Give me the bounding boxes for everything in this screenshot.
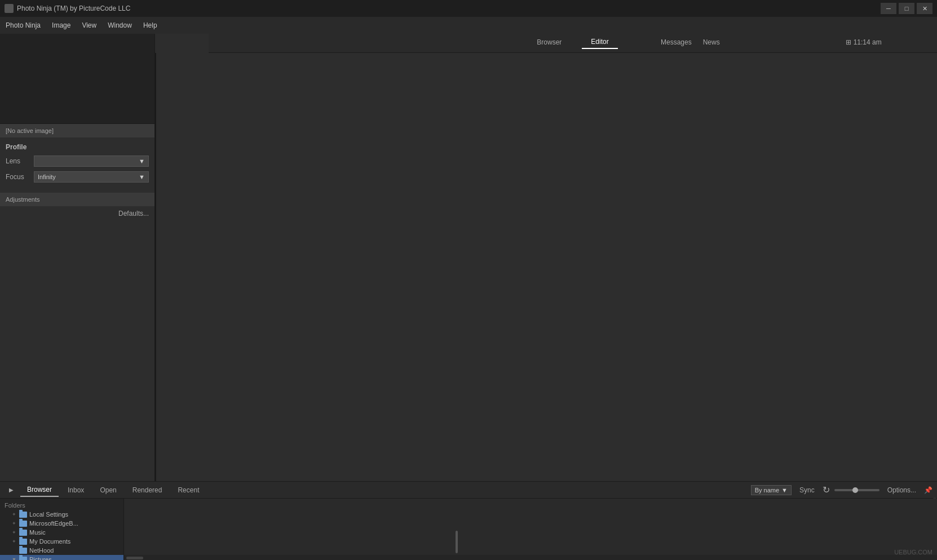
no-active-image-bar: [No active image] (0, 124, 154, 137)
focus-arrow: ▼ (139, 174, 145, 180)
refresh-icon[interactable]: ↻ (823, 485, 830, 495)
lens-row: Lens ▼ (6, 155, 149, 167)
maximize-button[interactable]: □ (899, 3, 914, 14)
bottom-tab-inbox[interactable]: Inbox (61, 484, 91, 496)
profile-heading: Profile (6, 143, 26, 151)
expand-icon[interactable]: + (11, 521, 17, 526)
focus-label: Focus (6, 173, 34, 181)
menu-help[interactable]: Help (138, 19, 163, 32)
expand-icon[interactable]: + (11, 512, 17, 517)
window-controls: ─ □ ✕ (881, 3, 932, 14)
lens-label: Lens (6, 157, 34, 165)
clock-area: ⊞ 11:14 am (824, 34, 903, 51)
news-link[interactable]: News (703, 38, 720, 46)
title-bar: Photo Ninja (TM) by PictureCode LLC ─ □ … (0, 0, 937, 17)
folder-name: Pictures (29, 556, 52, 560)
close-button[interactable]: ✕ (917, 3, 932, 14)
vertical-scroll-indicator[interactable] (456, 531, 458, 553)
minimize-button[interactable]: ─ (881, 3, 896, 14)
folder-icon (19, 521, 27, 527)
main-canvas (155, 53, 937, 481)
sync-button[interactable]: Sync (796, 485, 818, 495)
folders-section[interactable]: Folders (0, 500, 123, 510)
tab-editor[interactable]: Editor (582, 35, 617, 49)
bottom-tab-rendered[interactable]: Rendered (126, 484, 169, 496)
watermark: UEBUG.COM (894, 549, 932, 555)
sort-selector[interactable]: By name ▼ (751, 485, 792, 495)
expand-icon[interactable]: + (11, 539, 17, 544)
bottom-tab-browser[interactable]: Browser (20, 483, 59, 497)
focus-value: Infinity (38, 174, 56, 180)
no-active-text: [No active image] (6, 127, 54, 134)
profile-section: Profile Lens ▼ Focus Infinity ▼ (0, 137, 154, 193)
menu-view[interactable]: View (76, 19, 102, 32)
folder-icon (19, 530, 27, 536)
folder-name: My Documents (29, 538, 70, 545)
collapse-icon[interactable]: ▶ (5, 483, 18, 497)
pin-icon-bottom[interactable]: 📌 (924, 486, 932, 494)
menu-bar: Photo Ninja Image View Window Help Brows… (0, 17, 937, 34)
folder-area: Folders + Local Settings + MicrosoftEdge… (0, 499, 937, 560)
message-area: Messages News (655, 34, 768, 51)
adjustments-label: Adjustments (6, 196, 40, 203)
folder-icon (19, 557, 27, 561)
title-text: Photo Ninja (TM) by PictureCode LLC (17, 5, 130, 12)
bottom-toolbar: ▶ Browser Inbox Open Rendered Recent By … (0, 482, 937, 499)
clock-text: ⊞ 11:14 am (846, 38, 881, 46)
menu-image[interactable]: Image (46, 19, 76, 32)
folder-icon (19, 539, 27, 545)
list-item[interactable]: NetHood (0, 546, 123, 555)
bottom-controls-right: By name ▼ Sync ↻ Options... 📌 (751, 485, 932, 495)
vertical-splitter[interactable] (154, 53, 156, 481)
folder-name: Local Settings (29, 511, 68, 518)
zoom-slider[interactable] (834, 489, 879, 491)
bottom-tab-open[interactable]: Open (93, 484, 123, 496)
focus-dropdown[interactable]: Infinity ▼ (34, 171, 149, 183)
menu-window[interactable]: Window (102, 19, 138, 32)
tab-browser[interactable]: Browser (528, 36, 571, 48)
folder-name: MicrosoftEdgeB... (29, 520, 78, 527)
list-item[interactable]: ▼ Pictures (0, 555, 123, 560)
hscroll-thumb[interactable] (126, 557, 143, 559)
sort-arrow: ▼ (781, 487, 788, 494)
folder-icon (19, 512, 27, 518)
bottom-tab-recent[interactable]: Recent (171, 484, 206, 496)
sort-label: By name (755, 487, 779, 494)
expand-icon[interactable] (11, 548, 17, 553)
left-panel: ✛ [No active image] Profile Lens ▼ Focus… (0, 17, 155, 481)
horizontal-scrollbar[interactable] (124, 555, 937, 560)
content-area (124, 499, 937, 560)
folder-name: Music (29, 529, 46, 536)
folder-name: NetHood (29, 547, 54, 554)
adjustments-bar: Adjustments (0, 193, 154, 206)
zoom-thumb[interactable] (852, 487, 858, 493)
list-item[interactable]: + My Documents (0, 537, 123, 546)
lens-arrow: ▼ (139, 158, 145, 165)
expand-icon[interactable]: ▼ (11, 557, 17, 560)
title-bar-left: Photo Ninja (TM) by PictureCode LLC (5, 4, 130, 13)
profile-row: Profile (6, 143, 149, 151)
app-icon (5, 4, 14, 13)
bottom-panel: ▶ Browser Inbox Open Rendered Recent By … (0, 481, 937, 560)
focus-row: Focus Infinity ▼ (6, 171, 149, 183)
options-button[interactable]: Options... (884, 485, 920, 495)
list-item[interactable]: + Local Settings (0, 510, 123, 519)
expand-icon[interactable]: + (11, 530, 17, 535)
list-item[interactable]: + Music (0, 528, 123, 537)
folder-tree: Folders + Local Settings + MicrosoftEdge… (0, 499, 124, 560)
folder-icon (19, 548, 27, 554)
menu-photo-ninja[interactable]: Photo Ninja (0, 19, 46, 32)
defaults-button[interactable]: Defaults... (0, 206, 154, 221)
list-item[interactable]: + MicrosoftEdgeB... (0, 519, 123, 528)
messages-link[interactable]: Messages (661, 38, 692, 46)
lens-dropdown[interactable]: ▼ (34, 155, 149, 167)
